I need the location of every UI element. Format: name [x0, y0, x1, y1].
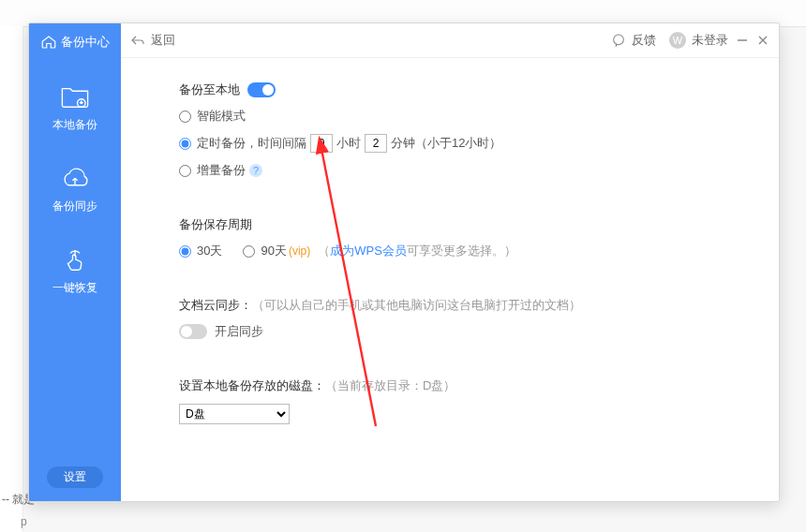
become-member-link[interactable]: 成为WPS会员 [330, 243, 407, 259]
sidebar-item-label: 一键恢复 [52, 281, 97, 294]
sidebar-item-label: 备份同步 [52, 200, 97, 213]
feedback-label: 反馈 [632, 32, 656, 49]
backup-to-local-toggle[interactable] [247, 82, 276, 97]
retention-90-label: 90天 [261, 243, 286, 259]
incremental-backup-label: 增量备份 [197, 162, 246, 179]
close-button[interactable] [756, 34, 769, 47]
return-arrow-icon [130, 34, 145, 47]
login-label: 未登录 [692, 32, 728, 49]
dialog-header: 返回 反馈 W 未登录 [121, 23, 779, 58]
minimize-icon [736, 34, 749, 47]
close-icon [756, 34, 769, 47]
sidebar-settings-button[interactable]: 设置 [29, 466, 121, 488]
login-status[interactable]: W 未登录 [669, 32, 728, 49]
smart-mode-row: 智能模式 [179, 108, 779, 125]
cloud-sync-title: 文档云同步： [179, 297, 252, 314]
left-ruler-placeholder [0, 26, 23, 532]
backup-center-dialog: 备份中心 本地备份 备份同步 一键恢复 设置 [28, 22, 780, 502]
sidebar-item-one-click-restore[interactable]: 一键恢复 [29, 246, 121, 296]
disk-hint: （当前存放目录：D盘） [325, 377, 455, 394]
cloud-sync-title-row: 文档云同步： （可以从自己的手机或其他电脑访问这台电脑打开过的文档） [179, 297, 779, 314]
feedback-button[interactable]: 反馈 [611, 32, 656, 49]
back-label: 返回 [151, 32, 175, 49]
smart-mode-radio[interactable] [179, 111, 191, 123]
tap-hand-icon [59, 246, 91, 274]
folder-download-icon [59, 83, 91, 111]
enable-sync-label: 开启同步 [215, 323, 263, 340]
minimize-button[interactable] [736, 34, 749, 47]
disk-title: 设置本地备份存放的磁盘： [179, 377, 325, 394]
hours-unit: 小时 [336, 135, 361, 152]
enable-sync-toggle[interactable] [179, 324, 207, 339]
interval-hours-input[interactable] [310, 134, 333, 153]
settings-content: 备份至本地 智能模式 定时备份，时间间隔 小时 分钟（小于12小时） 增量备份 … [121, 57, 779, 501]
smart-mode-label: 智能模式 [197, 108, 246, 125]
chat-bubble-icon [611, 33, 626, 48]
retention-options-row: 30天 90天 (vip) （ 成为WPS会员 可享受更多选择。） [179, 243, 779, 259]
interval-minutes-input[interactable] [365, 134, 387, 153]
home-icon [40, 34, 57, 51]
timed-backup-prefix: 定时备份，时间间隔 [197, 135, 306, 152]
sidebar-title-text: 备份中心 [61, 34, 110, 51]
cloud-upload-icon [59, 165, 91, 193]
sidebar-title: 备份中心 [29, 25, 121, 59]
retention-hint-suffix: 可享受更多选择。） [407, 243, 516, 259]
incremental-backup-row: 增量备份 ? [179, 162, 779, 179]
incremental-backup-radio[interactable] [179, 165, 191, 177]
back-button[interactable]: 返回 [130, 32, 175, 49]
retention-hint-prefix: （ [318, 243, 330, 259]
disk-select-row: D盘 [179, 404, 779, 424]
cloud-sync-hint: （可以从自己的手机或其他电脑访问这台电脑打开过的文档） [252, 297, 581, 314]
sidebar-item-label: 本地备份 [52, 118, 97, 131]
enable-sync-row: 开启同步 [179, 323, 779, 340]
avatar-icon: W [669, 32, 686, 49]
retention-title: 备份保存周期 [179, 216, 779, 233]
status-element-tag: p [21, 515, 27, 528]
sidebar: 备份中心 本地备份 备份同步 一键恢复 设置 [29, 23, 121, 501]
retention-30-radio[interactable] [179, 245, 191, 258]
sidebar-item-backup-sync[interactable]: 备份同步 [29, 165, 121, 214]
disk-title-row: 设置本地备份存放的磁盘： （当前存放目录：D盘） [179, 377, 779, 394]
sidebar-item-local-backup[interactable]: 本地备份 [29, 83, 121, 133]
backup-to-local-row: 备份至本地 [179, 81, 779, 98]
vip-marker: (vip) [289, 244, 310, 258]
sidebar-settings-label: 设置 [47, 466, 103, 488]
disk-select[interactable]: D盘 [179, 404, 290, 424]
help-icon[interactable]: ? [249, 164, 262, 177]
retention-90-radio[interactable] [243, 245, 255, 258]
minutes-unit: 分钟（小于12小时） [391, 135, 501, 152]
backup-to-local-label: 备份至本地 [179, 81, 240, 98]
timed-backup-row: 定时备份，时间间隔 小时 分钟（小于12小时） [179, 134, 779, 153]
retention-30-label: 30天 [197, 243, 222, 259]
timed-backup-radio[interactable] [179, 138, 191, 150]
